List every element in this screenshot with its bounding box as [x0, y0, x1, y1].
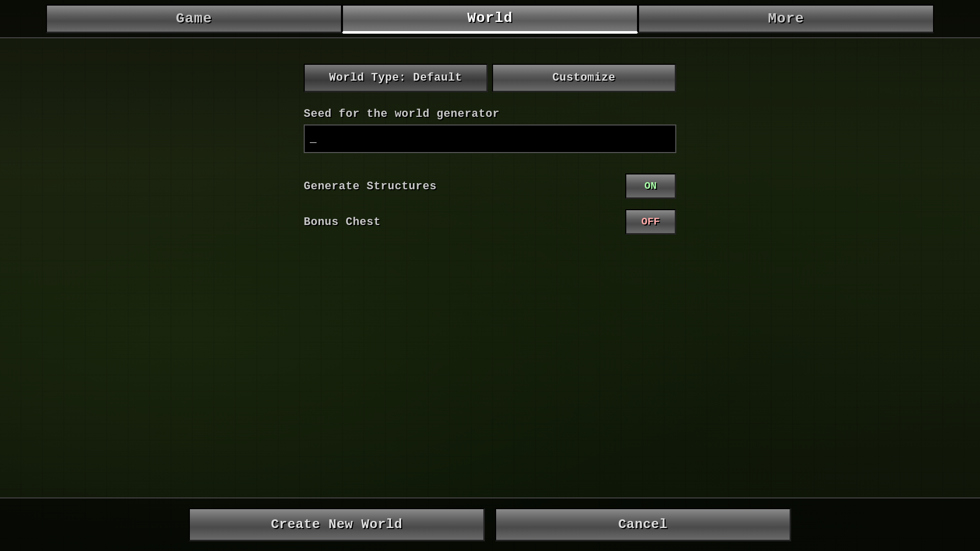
- tab-more[interactable]: More: [638, 5, 934, 33]
- cancel-button[interactable]: Cancel: [495, 508, 791, 541]
- bonus-chest-toggle[interactable]: OFF: [625, 209, 676, 235]
- top-tab-bar: Game World More: [0, 0, 980, 38]
- tab-world[interactable]: World: [342, 5, 638, 33]
- seed-input[interactable]: [304, 124, 676, 153]
- world-type-button[interactable]: World Type: Default: [304, 64, 488, 92]
- main-panel: World Type: Default Customize Seed for t…: [304, 38, 676, 245]
- bottom-bar: Create New World Cancel: [0, 497, 980, 551]
- tab-game[interactable]: Game: [46, 5, 342, 33]
- create-new-world-button[interactable]: Create New World: [189, 508, 485, 541]
- generate-structures-row: Generate Structures ON: [304, 173, 676, 199]
- seed-section: Seed for the world generator: [304, 108, 676, 153]
- generate-structures-toggle[interactable]: ON: [625, 173, 676, 199]
- generate-structures-label: Generate Structures: [304, 180, 436, 193]
- customize-button[interactable]: Customize: [492, 64, 676, 92]
- world-type-row: World Type: Default Customize: [304, 64, 676, 92]
- seed-label: Seed for the world generator: [304, 108, 676, 120]
- bonus-chest-label: Bonus Chest: [304, 216, 381, 229]
- bonus-chest-row: Bonus Chest OFF: [304, 209, 676, 235]
